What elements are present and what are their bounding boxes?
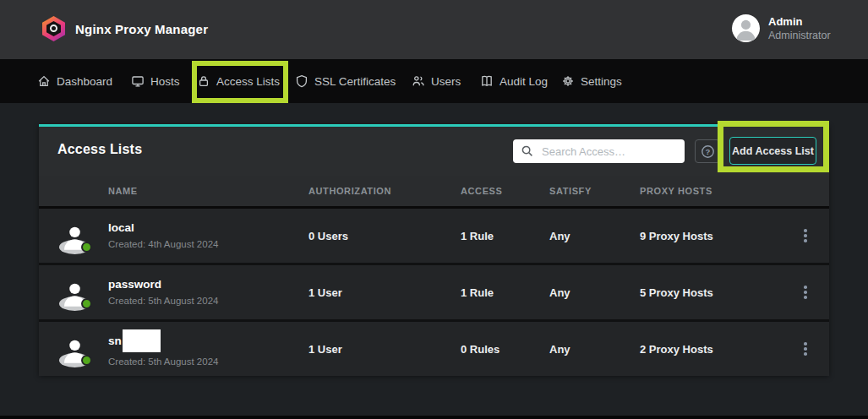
authorization-cell: 1 User xyxy=(308,343,461,356)
row-avatar xyxy=(59,334,90,365)
row-menu-button[interactable] xyxy=(800,282,811,302)
proxy-hosts-cell: 9 Proxy Hosts xyxy=(640,230,782,242)
satisfy-cell: Any xyxy=(549,286,640,299)
authorization-cell: 1 User xyxy=(308,286,461,299)
nav-item-users[interactable]: Users xyxy=(412,59,461,103)
nav-label: Users xyxy=(431,75,461,88)
monitor-icon xyxy=(131,74,145,88)
users-icon xyxy=(412,74,425,88)
access-list-name: sn xyxy=(108,334,122,349)
proxy-hosts-cell: 5 Proxy Hosts xyxy=(640,286,782,299)
user-role: Administrator xyxy=(768,29,831,42)
book-icon xyxy=(480,74,494,88)
nav-item-hosts[interactable]: Hosts xyxy=(131,59,180,103)
nav-item-ssl-certificates[interactable]: SSL Certificates xyxy=(295,59,396,103)
user-avatar xyxy=(732,14,760,42)
user-menu[interactable]: Admin Administrator xyxy=(732,14,831,42)
main-nav: Dashboard Hosts Access Lists SSL Certifi… xyxy=(0,59,868,103)
shield-icon xyxy=(295,74,308,88)
column-header-proxy-hosts: PROXY HOSTS xyxy=(640,186,782,196)
status-dot xyxy=(81,298,92,309)
column-header-authorization: AUTHORIZATION xyxy=(308,186,461,196)
window-bottom-edge xyxy=(0,416,868,419)
add-access-list-button[interactable]: Add Access List xyxy=(729,137,816,165)
panel-header: Access Lists ? Add Access List xyxy=(39,127,829,176)
created-date: Created: 4th August 2024 xyxy=(108,239,218,249)
nav-label: Access Lists xyxy=(216,75,280,88)
nav-item-dashboard[interactable]: Dashboard xyxy=(37,59,112,103)
panel-title: Access Lists xyxy=(57,142,142,157)
svg-text:?: ? xyxy=(705,146,710,155)
created-date: Created: 5th August 2024 xyxy=(108,296,218,306)
nav-label: Settings xyxy=(581,75,622,88)
access-list-name: password xyxy=(108,277,308,292)
table-row: password Created: 5th August 2024 1 User… xyxy=(39,265,829,319)
search-icon xyxy=(521,144,534,158)
row-menu-button[interactable] xyxy=(800,339,811,359)
app-title: Nginx Proxy Manager xyxy=(75,22,208,36)
access-cell: 0 Rules xyxy=(461,343,549,356)
table-header-row: NAME AUTHORIZATION ACCESS SATISFY PROXY … xyxy=(39,176,829,206)
help-button[interactable]: ? xyxy=(695,139,720,163)
column-header-satisfy: SATISFY xyxy=(549,186,640,196)
redaction-box xyxy=(123,329,161,352)
nav-item-audit-log[interactable]: Audit Log xyxy=(480,59,548,103)
access-cell: 1 Rule xyxy=(461,230,549,242)
nav-label: Audit Log xyxy=(500,75,548,88)
help-circle-icon: ? xyxy=(701,144,715,159)
access-cell: 1 Rule xyxy=(461,286,549,299)
nginx-proxy-manager-app: Nginx Proxy Manager Admin Administrator … xyxy=(0,0,868,419)
brand: Nginx Proxy Manager xyxy=(42,16,208,41)
column-header-access: ACCESS xyxy=(461,186,549,196)
user-text: Admin Administrator xyxy=(768,14,831,42)
satisfy-cell: Any xyxy=(549,230,640,242)
status-dot xyxy=(81,355,92,366)
nav-label: SSL Certificates xyxy=(314,75,396,88)
access-lists-table: NAME AUTHORIZATION ACCESS SATISFY PROXY … xyxy=(39,176,829,376)
proxy-hosts-cell: 2 Proxy Hosts xyxy=(640,343,782,356)
user-name: Admin xyxy=(768,14,831,29)
access-lists-panel: Access Lists ? Add Access List NAME AUTH… xyxy=(39,124,829,375)
nav-label: Dashboard xyxy=(57,75,112,88)
row-avatar xyxy=(59,277,90,308)
search-input[interactable] xyxy=(513,139,685,163)
nav-item-access-lists[interactable]: Access Lists xyxy=(197,59,280,103)
row-avatar xyxy=(59,220,90,252)
access-list-name: local xyxy=(108,220,308,236)
row-menu-button[interactable] xyxy=(800,226,811,246)
status-dot xyxy=(81,242,92,253)
authorization-cell: 0 Users xyxy=(308,230,461,242)
search-box xyxy=(513,139,685,163)
table-row: sn Created: 5th August 2024 1 User 0 Rul… xyxy=(39,322,829,376)
lock-icon xyxy=(197,74,210,88)
home-icon xyxy=(37,74,51,88)
nav-item-settings[interactable]: Settings xyxy=(561,59,622,103)
app-header: Nginx Proxy Manager Admin Administrator xyxy=(0,0,868,59)
column-header-name: NAME xyxy=(108,186,308,196)
table-row: local Created: 4th August 2024 0 Users 1… xyxy=(39,209,829,263)
satisfy-cell: Any xyxy=(549,343,640,356)
gear-icon xyxy=(561,74,575,88)
nav-label: Hosts xyxy=(150,75,180,88)
created-date: Created: 5th August 2024 xyxy=(108,356,218,367)
app-logo-icon xyxy=(42,16,65,41)
